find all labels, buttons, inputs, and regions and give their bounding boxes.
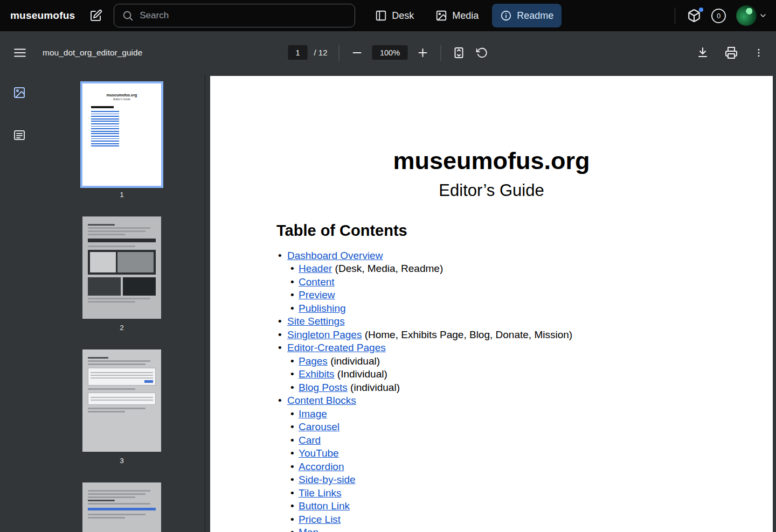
thumbnail-3-page[interactable] [82,349,161,452]
toc-link[interactable]: Preview [299,289,335,300]
pdf-page: museumofus.org Editor’s Guide Table of C… [210,76,773,532]
document-title: museumofus.org [210,147,773,175]
pdf-toolbar: mou_dot_org_editor_guide / 12 100% [0,31,776,74]
toc-item: Content [276,276,773,289]
info-icon [500,10,512,22]
brand[interactable]: museumofus [10,10,75,22]
fit-page-button[interactable] [453,46,466,59]
zoom-out-button[interactable] [351,46,364,59]
search-box[interactable] [114,4,355,27]
edit-icon [89,9,102,22]
print-button[interactable] [725,46,738,59]
toc-link[interactable]: Dashboard Overview [287,250,383,261]
toc-link[interactable]: Content Blocks [287,395,356,406]
toc-suffix: (Desk, Media, Readme) [332,263,443,274]
zoom-in-button[interactable] [417,46,429,59]
thumbnail-2[interactable]: 2 [82,216,161,332]
more-options-button[interactable] [753,47,764,58]
toc-link[interactable]: Accordion [299,461,344,472]
toc-item: Pages (individual) [276,355,773,368]
toc-item: Header (Desk, Media, Readme) [276,262,773,276]
toc-link[interactable]: Image [299,408,327,419]
download-icon [696,46,709,59]
fit-page-icon [453,46,466,59]
outline-icon [13,129,26,142]
toc-item: Accordion [276,460,773,474]
toc-item: Map [276,526,773,532]
toc-link[interactable]: Tile Links [299,487,342,499]
page-number-input[interactable] [288,45,307,60]
thumbnail-1[interactable]: museumofus.org Editor’s Guide 1 [82,83,161,199]
nav-desk[interactable]: Desk [367,4,422,27]
count-badge[interactable]: 0 [711,9,726,23]
edit-button[interactable] [89,9,102,22]
thumbnail-3-number: 3 [120,457,124,465]
sidebar-toggle-button[interactable] [13,46,27,60]
thumb-doc-subtitle: Editor’s Guide [82,97,161,101]
thumbnail-2-number: 2 [120,324,124,332]
toc-link[interactable]: Pages [299,355,328,367]
package-button[interactable] [687,9,701,23]
download-button[interactable] [696,46,709,59]
toc-heading: Table of Contents [276,222,773,240]
thumbnail-3[interactable]: 3 [82,349,161,465]
toolbar-right [696,46,764,59]
toc-link[interactable]: Map [299,527,318,532]
toc-link[interactable]: Site Settings [287,316,345,327]
nav-readme-label: Readme [517,10,553,22]
toc-item: Content Blocks [276,394,773,408]
document-filename: mou_dot_org_editor_guide [43,48,142,58]
toc-link[interactable]: Carousel [299,421,340,432]
thumbnail-4[interactable] [82,482,161,532]
nav-media[interactable]: Media [427,4,487,27]
toc-link[interactable]: Editor-Created Pages [287,342,386,353]
thumbnails-view-button[interactable] [13,86,26,99]
desk-icon [375,10,387,22]
table-of-contents: Dashboard OverviewHeader (Desk, Media, R… [276,249,773,532]
toc-link[interactable]: Price List [299,514,341,525]
account-menu[interactable] [736,5,767,26]
outline-view-button[interactable] [13,129,26,142]
toc-link[interactable]: YouTube [299,447,339,459]
toc-link[interactable]: Singleton Pages [287,329,362,340]
toolbar-center: / 12 100% [288,45,488,61]
toc-link[interactable]: Side-by-side [299,474,356,485]
thumb-doc-title: museumofus.org [82,93,161,97]
hamburger-icon [13,46,27,60]
toc-item: Button Link [276,500,773,513]
search-input[interactable] [140,10,347,21]
toc-suffix: (individual) [348,382,400,393]
toc-link[interactable]: Exhibits [299,368,335,380]
toolbar-separator [441,45,441,61]
thumbnail-1-number: 1 [120,191,124,199]
toc-item: Editor-Created Pages [276,341,773,355]
toc-link[interactable]: Card [299,435,321,446]
thumbnail-list: museumofus.org Editor’s Guide 1 [39,74,205,532]
topbar-divider [675,8,675,24]
thumbnail-4-page[interactable] [82,482,161,532]
nav-readme[interactable]: Readme [492,4,562,27]
toc-link[interactable]: Button Link [299,500,350,512]
toc-link[interactable]: Publishing [299,303,346,314]
pdf-viewer: museumofus.org Editor’s Guide 1 [0,74,776,532]
toc-item: Dashboard Overview [276,249,773,263]
toc-link[interactable]: Blog Posts [299,382,348,393]
thumbnail-1-page[interactable]: museumofus.org Editor’s Guide [82,83,161,186]
document-subtitle: Editor’s Guide [210,181,773,200]
rotate-icon [476,47,488,59]
thumbnail-2-page[interactable] [82,216,161,319]
minus-icon [351,46,364,59]
zoom-level[interactable]: 100% [372,45,408,60]
media-icon [435,10,447,22]
toc-item: YouTube [276,447,773,460]
chevron-down-icon [759,11,767,20]
topbar: museumofus Desk Media Readme [0,0,776,31]
toc-item: Site Settings [276,315,773,328]
print-icon [725,46,738,59]
toc-item: Preview [276,289,773,302]
toc-link[interactable]: Header [299,263,332,274]
rotate-button[interactable] [476,47,488,59]
nav-desk-label: Desk [392,10,414,22]
toc-link[interactable]: Content [299,276,335,288]
document-scroll-area[interactable]: museumofus.org Editor’s Guide Table of C… [205,74,776,532]
